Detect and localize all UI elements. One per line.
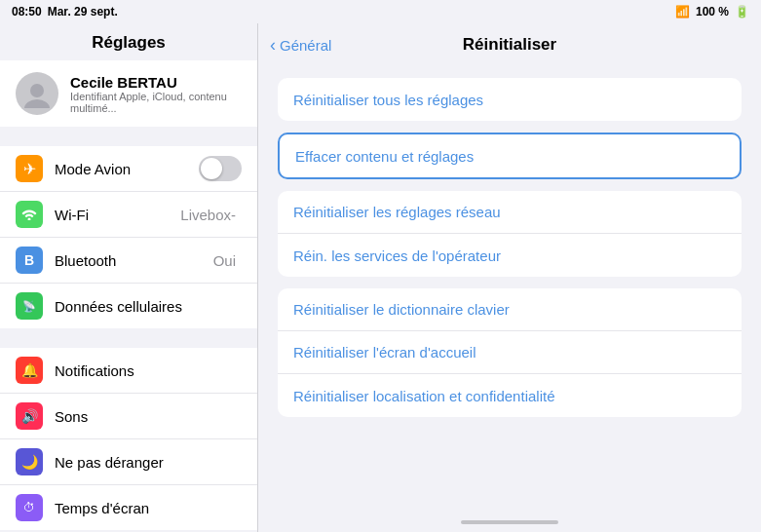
reset-home-item[interactable]: Réinitialiser l'écran d'accueil — [278, 331, 742, 374]
reset-operator-label: Réin. les services de l'opérateur — [293, 247, 501, 264]
sidebar-item-notifications[interactable]: 🔔 Notifications — [0, 348, 257, 394]
airplane-icon: ✈ — [16, 155, 43, 182]
sidebar-title: Réglages — [0, 23, 257, 60]
back-chevron-icon: ‹ — [270, 36, 276, 54]
home-indicator — [258, 513, 761, 532]
screentime-icon: ⏱ — [16, 494, 43, 521]
donotdisturb-icon: 🌙 — [16, 448, 43, 475]
avatar — [16, 72, 58, 115]
erase-content-item[interactable]: Effacer contenu et réglages — [280, 134, 740, 177]
status-time: 08:50 — [12, 5, 42, 19]
svg-point-0 — [30, 84, 44, 97]
detail-group-network: Réinitialiser les réglages réseau Réin. … — [278, 191, 742, 277]
reset-all-label: Réinitialiser tous les réglages — [293, 92, 483, 108]
status-bar-left: 08:50 Mar. 29 sept. — [12, 5, 118, 19]
detail-group-reset-all: Réinitialiser tous les réglages — [278, 78, 742, 121]
bluetooth-label: Bluetooth — [55, 252, 213, 269]
detail-nav: ‹ Général Réinitialiser — [258, 23, 761, 66]
back-button[interactable]: ‹ Général — [270, 36, 331, 54]
svg-point-1 — [24, 99, 50, 108]
battery-level: 100 % — [696, 5, 729, 19]
reset-location-item[interactable]: Réinitialiser localisation et confidenti… — [278, 374, 742, 417]
toggle-knob — [201, 158, 222, 179]
sidebar-item-airplane[interactable]: ✈ Mode Avion — [0, 146, 257, 192]
status-bar-right: 📶 100 % 🔋 — [675, 5, 749, 19]
bluetooth-icon: B — [16, 247, 43, 274]
sidebar-item-bluetooth[interactable]: B Bluetooth Oui — [0, 238, 257, 284]
wifi-label: Wi-Fi — [55, 207, 180, 223]
profile-subtitle: Identifiant Apple, iCloud, contenu multi… — [70, 91, 242, 114]
main-layout: Réglages Cecile BERTAU Identifiant Apple… — [0, 23, 761, 532]
sidebar: Réglages Cecile BERTAU Identifiant Apple… — [0, 23, 258, 532]
airplane-toggle[interactable] — [199, 156, 242, 181]
battery-icon: 🔋 — [735, 5, 749, 19]
sounds-label: Sons — [55, 408, 242, 425]
bluetooth-value: Oui — [213, 252, 236, 269]
settings-group-system: 🔔 Notifications 🔊 Sons 🌙 Ne pas déranger… — [0, 348, 257, 530]
profile-section[interactable]: Cecile BERTAU Identifiant Apple, iCloud,… — [0, 60, 257, 127]
detail-panel: ‹ Général Réinitialiser Réinitialiser to… — [258, 23, 761, 532]
wifi-icon-sidebar — [16, 201, 43, 228]
profile-name: Cecile BERTAU — [70, 74, 242, 91]
profile-info: Cecile BERTAU Identifiant Apple, iCloud,… — [70, 74, 242, 114]
sidebar-item-cellular[interactable]: 📡 Données cellulaires — [0, 284, 257, 328]
notifications-icon: 🔔 — [16, 357, 43, 384]
reset-all-settings-item[interactable]: Réinitialiser tous les réglages — [278, 78, 742, 121]
screentime-label: Temps d'écran — [55, 500, 242, 516]
sidebar-item-donotdisturb[interactable]: 🌙 Ne pas déranger — [0, 439, 257, 485]
reset-home-label: Réinitialiser l'écran d'accueil — [293, 344, 476, 361]
sidebar-item-screentime[interactable]: ⏱ Temps d'écran — [0, 485, 257, 530]
sidebar-item-wifi[interactable]: Wi-Fi Livebox- — [0, 192, 257, 238]
cellular-icon: 📡 — [16, 292, 43, 320]
wifi-value: Livebox- — [180, 207, 236, 223]
detail-title: Réinitialiser — [463, 35, 556, 55]
reset-keyboard-label: Réinitialiser le dictionnaire clavier — [293, 301, 510, 318]
back-label: Général — [280, 37, 331, 54]
notifications-label: Notifications — [55, 362, 242, 379]
erase-content-label: Effacer contenu et réglages — [295, 148, 474, 165]
reset-network-label: Réinitialiser les réglages réseau — [293, 204, 501, 220]
settings-group-connectivity: ✈ Mode Avion Wi-Fi Livebox- B Bluetooth … — [0, 146, 257, 328]
sounds-icon: 🔊 — [16, 402, 43, 430]
wifi-icon: 📶 — [675, 5, 690, 19]
reset-network-item[interactable]: Réinitialiser les réglages réseau — [278, 191, 742, 234]
detail-content: Réinitialiser tous les réglages Effacer … — [258, 66, 761, 513]
reset-keyboard-item[interactable]: Réinitialiser le dictionnaire clavier — [278, 288, 742, 331]
sidebar-item-sounds[interactable]: 🔊 Sons — [0, 394, 257, 439]
status-bar: 08:50 Mar. 29 sept. 📶 100 % 🔋 — [0, 0, 761, 23]
home-bar — [461, 520, 558, 524]
donotdisturb-label: Ne pas déranger — [55, 454, 242, 471]
reset-operator-item[interactable]: Réin. les services de l'opérateur — [278, 234, 742, 277]
cellular-label: Données cellulaires — [55, 298, 242, 315]
detail-group-misc: Réinitialiser le dictionnaire clavier Ré… — [278, 288, 742, 417]
detail-group-erase-highlighted: Effacer contenu et réglages — [278, 133, 742, 179]
airplane-label: Mode Avion — [55, 161, 199, 177]
reset-location-label: Réinitialiser localisation et confidenti… — [293, 388, 554, 404]
status-date: Mar. 29 sept. — [48, 5, 118, 19]
